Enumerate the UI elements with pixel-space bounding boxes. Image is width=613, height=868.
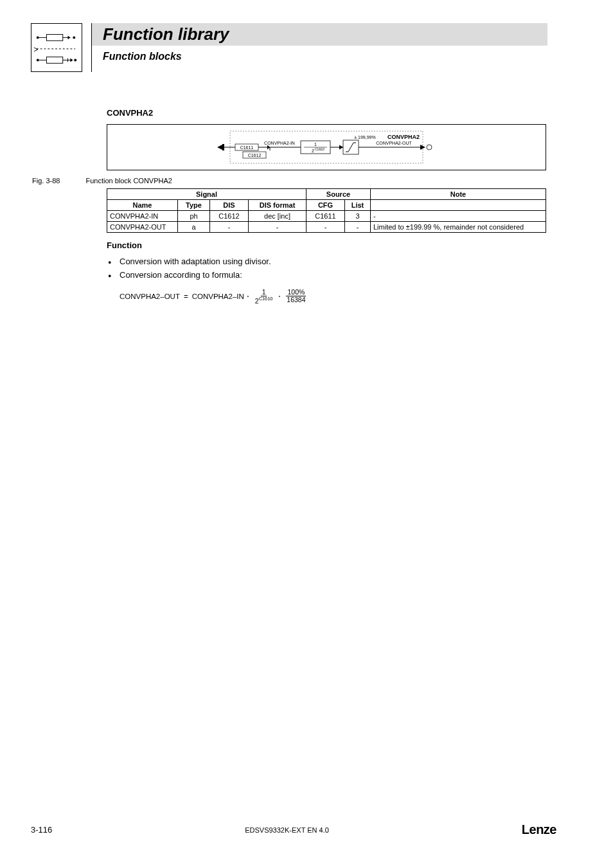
formula-eq: = [184,293,188,300]
table-row: CONVPHA2-OUT a - - - - Limited to ±199.9… [107,222,546,233]
svg-rect-17 [222,144,224,150]
page-subtitle: Function blocks [103,51,613,62]
figure-caption: Function block CONVPHA2 [85,177,172,185]
function-heading: Function [107,240,546,250]
th-note: Note [371,189,546,200]
th-disformat: DIS format [249,200,306,211]
formula-lhs: CONVPHA2–OUT [120,293,180,300]
list-item: Conversion with adaptation using divisor… [108,255,546,269]
list-item: Conversion according to formula: [108,269,546,282]
title-bar: Function library [91,23,547,46]
formula-frac1: 1 2C1610 [254,289,274,305]
svg-point-7 [37,59,39,62]
svg-marker-4 [68,36,71,40]
th-source: Source [306,189,371,200]
svg-point-0 [37,36,39,39]
svg-marker-13 [70,59,73,62]
svg-rect-2 [46,35,62,41]
diagram-frac-exp: C1610 [315,147,324,151]
header-divider [91,23,92,72]
formula-rhs1: CONVPHA2–IN [192,293,244,300]
function-bullets: Conversion with adaptation using divisor… [108,255,546,282]
formula-frac2: 100% 16384 [285,289,306,303]
signal-table: Signal Source Note Name Type DIS DIS for… [107,188,546,233]
formula-dot1: ⋅ [247,292,249,301]
diagram-frac-base: 2 [312,149,314,153]
page-number: 3-116 [31,825,52,835]
svg-point-14 [74,59,76,62]
th-list: List [345,200,371,211]
diagram-title: CONVPHA2 [387,134,420,140]
diagram-limit: ± 199,99% [354,135,375,140]
th-type: Type [178,200,210,211]
figure-number: Fig. 3-88 [32,177,60,185]
page-title: Function library [103,24,541,44]
section-heading: CONVPHA2 [107,108,546,118]
svg-marker-22 [267,145,270,150]
table-row: CONVPHA2-IN ph C1612 dec [inc] C1611 3 - [107,211,546,222]
main-content: CONVPHA2 CONVPHA2 ± 199,99% C1611 C1612 … [107,108,546,304]
block-diagram: CONVPHA2 ± 199,99% C1611 C1612 CONVPHA2-… [107,124,546,170]
formula-dot2: ⋅ [278,292,281,301]
figure-caption-row: Fig. 3-88 Function block CONVPHA2 [32,177,546,185]
diagram-c1612: C1612 [248,153,262,158]
th-name: Name [107,200,178,211]
page-header: Function library Function blocks [0,0,613,72]
page-footer: 3-116 EDSVS9332K-EXT EN 4.0 Lenze [31,822,556,837]
formula: CONVPHA2–OUT = CONVPHA2–IN ⋅ 1 2C1610 ⋅ … [120,289,546,305]
svg-rect-9 [46,57,62,64]
svg-point-31 [427,145,432,150]
svg-marker-16 [217,145,222,150]
diagram-frac-num: 1 [314,142,317,147]
diagram-out-label: CONVPHA2-OUT [376,141,412,145]
svg-marker-27 [339,145,343,150]
header-icon [31,23,82,72]
svg-point-5 [73,36,75,39]
doc-id: EDSVS9332K-EXT EN 4.0 [245,826,329,834]
diagram-c1611: C1611 [240,145,254,150]
th-cfg: CFG [306,200,345,211]
diagram-in-label: CONVPHA2-IN [264,141,295,145]
th-signal: Signal [107,189,306,200]
th-dis: DIS [210,200,249,211]
brand-logo: Lenze [522,822,556,837]
th-note2 [371,200,546,211]
svg-marker-30 [420,145,425,150]
